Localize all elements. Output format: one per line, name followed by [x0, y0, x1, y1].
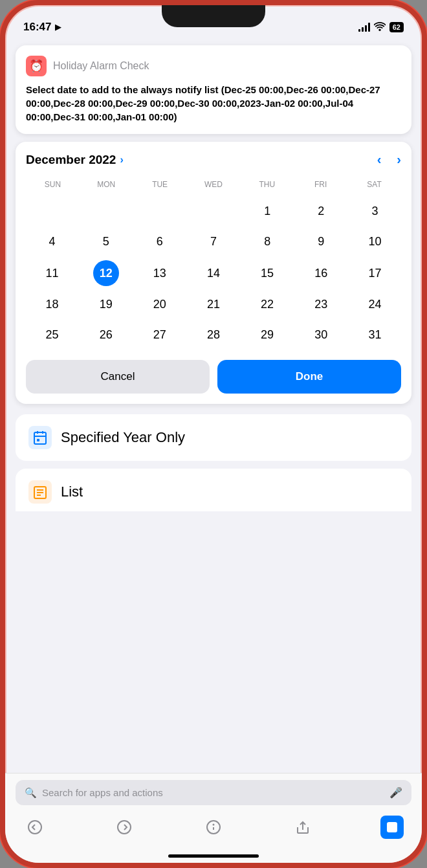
- status-icons: 62: [358, 22, 404, 33]
- specified-year-label: Specified Year Only: [61, 429, 185, 446]
- wifi-icon: [374, 22, 386, 33]
- calendar-card: December 2022 › ‹ › SUN MON TUE WED THU …: [16, 142, 411, 404]
- calendar-day-4[interactable]: 4: [26, 227, 78, 256]
- weekday-tue: TUE: [133, 177, 187, 192]
- calendar-day-6[interactable]: 6: [133, 227, 186, 256]
- weekday-thu: THU: [240, 177, 294, 192]
- specified-year-option[interactable]: Specified Year Only: [16, 414, 411, 461]
- calendar-day-13[interactable]: 13: [133, 258, 186, 289]
- calendar-nav: ‹ ›: [377, 152, 401, 167]
- prev-month-button[interactable]: ‹: [377, 152, 382, 167]
- bottom-toolbar: 🔍 Search for apps and actions 🎤: [5, 773, 422, 863]
- options-area: Specified Year Only List: [5, 404, 422, 522]
- specified-year-icon: [28, 426, 52, 449]
- calendar-grid: 1 2 3 4 5 6 7 8 9 10 11 12 13 14 15 16 1…: [26, 197, 401, 350]
- back-button[interactable]: [23, 816, 47, 839]
- calendar-day-22[interactable]: 22: [241, 290, 294, 319]
- app-header: ⏰ Holiday Alarm Check: [26, 56, 401, 76]
- forward-button[interactable]: [113, 816, 136, 839]
- active-app-button[interactable]: [380, 816, 404, 839]
- calendar-day-empty-2: [80, 197, 132, 226]
- calendar-day-17[interactable]: 17: [349, 258, 401, 289]
- mic-icon[interactable]: 🎤: [389, 786, 402, 799]
- calendar-day-5[interactable]: 5: [80, 227, 132, 256]
- battery-value: 62: [393, 23, 400, 31]
- list-label: List: [61, 484, 83, 500]
- calendar-day-30[interactable]: 30: [295, 320, 347, 350]
- calendar-day-29[interactable]: 29: [241, 320, 294, 350]
- calendar-day-empty-4: [187, 197, 239, 226]
- calendar-day-31[interactable]: 31: [349, 320, 401, 350]
- calendar-day-10[interactable]: 10: [349, 227, 401, 256]
- search-icon: 🔍: [25, 787, 37, 799]
- battery-indicator: 62: [389, 22, 404, 32]
- search-placeholder: Search for apps and actions: [42, 787, 384, 798]
- search-bar-area: 🔍 Search for apps and actions 🎤: [5, 773, 422, 810]
- cancel-button[interactable]: Cancel: [26, 360, 210, 394]
- notification-text: Select date to add to the always notify …: [26, 83, 401, 124]
- status-time: 16:47 ▶: [23, 21, 61, 34]
- calendar-day-15[interactable]: 15: [241, 258, 294, 289]
- calendar-day-9[interactable]: 9: [295, 227, 347, 256]
- phone-frame: 16:47 ▶ 62 ⏰ Holiday: [0, 0, 427, 868]
- calendar-buttons: Cancel Done: [26, 360, 401, 394]
- next-month-button[interactable]: ›: [397, 152, 401, 167]
- calendar-day-18[interactable]: 18: [26, 290, 78, 319]
- calendar-day-3[interactable]: 3: [349, 197, 401, 226]
- calendar-day-21[interactable]: 21: [187, 290, 239, 319]
- calendar-weekdays: SUN MON TUE WED THU FRI SAT: [26, 177, 401, 192]
- weekday-mon: MON: [80, 177, 133, 192]
- calendar-day-empty-1: [26, 197, 78, 226]
- signal-icon: [358, 23, 370, 32]
- weekday-wed: WED: [187, 177, 241, 192]
- list-option[interactable]: List: [16, 469, 411, 511]
- svg-point-9: [28, 821, 41, 834]
- weekday-sun: SUN: [26, 177, 80, 192]
- list-icon: [28, 480, 52, 504]
- calendar-title: December 2022 ›: [26, 153, 124, 167]
- calendar-day-8[interactable]: 8: [241, 227, 294, 256]
- app-icon: ⏰: [26, 56, 47, 76]
- calendar-day-empty-3: [133, 197, 186, 226]
- home-indicator: [168, 854, 259, 858]
- location-icon: ▶: [55, 23, 61, 32]
- weekday-fri: FRI: [294, 177, 347, 192]
- svg-rect-0: [34, 432, 46, 444]
- calendar-day-19[interactable]: 19: [80, 290, 132, 319]
- calendar-day-24[interactable]: 24: [349, 290, 401, 319]
- svg-point-10: [118, 821, 131, 834]
- calendar-chevron-icon[interactable]: ›: [120, 154, 123, 166]
- calendar-month-year: December 2022: [26, 153, 116, 167]
- calendar-day-12[interactable]: 12: [80, 258, 132, 289]
- calendar-day-27[interactable]: 27: [133, 320, 186, 350]
- share-button[interactable]: [291, 816, 314, 839]
- calendar-day-2[interactable]: 2: [295, 197, 347, 226]
- calendar-day-16[interactable]: 16: [295, 258, 347, 289]
- calendar-day-25[interactable]: 25: [26, 320, 78, 350]
- calendar-day-26[interactable]: 26: [80, 320, 132, 350]
- calendar-day-23[interactable]: 23: [295, 290, 347, 319]
- calendar-day-7[interactable]: 7: [187, 227, 239, 256]
- svg-rect-15: [387, 822, 397, 832]
- info-button[interactable]: [202, 816, 225, 839]
- notch: [162, 5, 265, 27]
- calendar-day-1[interactable]: 1: [241, 197, 294, 226]
- calendar-header: December 2022 › ‹ ›: [26, 152, 401, 167]
- calendar-day-14[interactable]: 14: [187, 258, 239, 289]
- calendar-day-28[interactable]: 28: [187, 320, 239, 350]
- search-bar[interactable]: 🔍 Search for apps and actions 🎤: [16, 780, 411, 805]
- calendar-day-20[interactable]: 20: [133, 290, 186, 319]
- svg-rect-4: [37, 439, 39, 441]
- app-name: Holiday Alarm Check: [53, 60, 149, 72]
- weekday-sat: SAT: [347, 177, 401, 192]
- calendar-day-11[interactable]: 11: [26, 258, 78, 289]
- main-content: ⏰ Holiday Alarm Check Select date to add…: [5, 40, 422, 863]
- toolbar-icons: [5, 810, 422, 852]
- time-display: 16:47: [23, 21, 51, 34]
- notification-card: ⏰ Holiday Alarm Check Select date to add…: [16, 45, 411, 134]
- done-button[interactable]: Done: [217, 360, 401, 394]
